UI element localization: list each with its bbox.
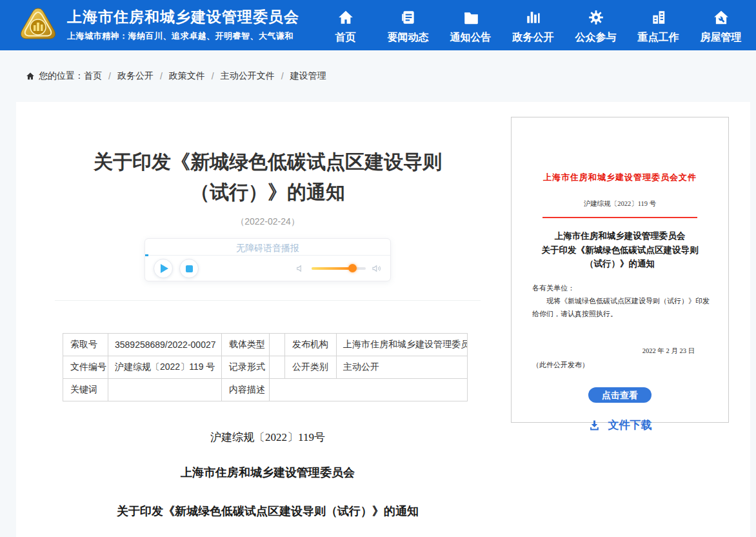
preview-red-line bbox=[542, 217, 697, 218]
preview-date: 2022 年 2 月 23 日 bbox=[512, 347, 728, 356]
audio-player-title: 无障碍语音播报 bbox=[145, 239, 390, 255]
brand-text: 上海市住房和城乡建设管理委员会 上海城市精神：海纳百川、追求卓越、开明睿智、大气… bbox=[67, 8, 299, 43]
preview-title-line: （试行）》的通知 bbox=[512, 257, 728, 271]
preview-paragraph: 现将《新城绿色低碳试点区建设导则（试行）》印发给你们，请认真按照执行。 bbox=[532, 294, 711, 321]
nav-item-news[interactable]: 要闻动态 bbox=[377, 6, 439, 45]
table-row: 文件编号 沪建综规〔2022〕119 号 记录形式 公开类别 主动公开 bbox=[63, 356, 468, 379]
article: 关于印发《新城绿色低碳试点区建设导则（试行）》的通知 （2022-02-24） … bbox=[55, 102, 481, 519]
nav-item-notices[interactable]: 通知公告 bbox=[439, 6, 502, 45]
meta-label-index-no: 索取号 bbox=[63, 334, 108, 356]
audio-progress-fill bbox=[145, 254, 148, 256]
news-icon bbox=[400, 9, 417, 26]
home-icon bbox=[337, 9, 354, 26]
breadcrumb-link-gov-open[interactable]: 政务公开 bbox=[117, 70, 154, 82]
nav-item-home[interactable]: 首页 bbox=[314, 6, 377, 45]
preview-salutation: 各有关单位： bbox=[532, 281, 711, 294]
play-icon bbox=[161, 264, 168, 273]
preview-doc-number: 沪建综规〔2022〕119 号 bbox=[512, 199, 728, 208]
nav-label: 要闻动态 bbox=[388, 31, 429, 45]
audio-controls bbox=[145, 256, 390, 281]
stop-icon bbox=[186, 265, 193, 272]
doc-subject-line: 关于印发《新城绿色低碳试点区建设导则（试行）》的通知 bbox=[55, 503, 481, 519]
nav-label: 首页 bbox=[335, 31, 356, 45]
site-logo-icon bbox=[17, 6, 59, 44]
page-title: 关于印发《新城绿色低碳试点区建设导则（试行）》的通知 bbox=[94, 147, 442, 207]
gear-icon bbox=[588, 9, 604, 26]
volume-high-icon bbox=[372, 263, 382, 274]
meta-label-doc-number: 文件编号 bbox=[63, 356, 108, 379]
house-tools-icon bbox=[713, 9, 730, 26]
meta-value-doc-number: 沪建综规〔2022〕119 号 bbox=[108, 356, 222, 379]
meta-value-record-form bbox=[270, 356, 285, 379]
download-icon bbox=[588, 419, 601, 431]
building-icon bbox=[650, 9, 667, 26]
breadcrumb-link-construction[interactable]: 建设管理 bbox=[290, 70, 326, 82]
volume-low-icon bbox=[295, 263, 306, 274]
file-download-link[interactable]: 文件下载 bbox=[512, 418, 728, 432]
breadcrumb-separator: / bbox=[212, 71, 214, 81]
volume-control bbox=[295, 263, 382, 274]
audio-player: 无障碍语音播报 bbox=[144, 238, 391, 281]
meta-label-record-form: 记录形式 bbox=[222, 356, 270, 379]
nav-label: 公众参与 bbox=[575, 31, 617, 45]
breadcrumb: 您的位置： 首页 / 政务公开 / 政策文件 / 主动公开文件 / 建设管理 bbox=[26, 70, 326, 82]
meta-value-index-no: 3589258689/2022-00027 bbox=[108, 334, 222, 356]
breadcrumb-separator: / bbox=[108, 71, 111, 81]
meta-label-keywords: 关键词 bbox=[63, 379, 108, 401]
meta-value-issuing-org: 上海市住房和城乡建设管理委员会 bbox=[337, 334, 468, 356]
volume-slider[interactable] bbox=[312, 267, 366, 270]
chart-icon bbox=[525, 9, 542, 26]
document-preview-card: 上海市住房和城乡建设管理委员会文件 沪建综规〔2022〕119 号 上海市住房和… bbox=[511, 117, 729, 423]
breadcrumb-link-policy-files[interactable]: 政策文件 bbox=[169, 70, 205, 82]
document-meta-table: 索取号 3589258689/2022-00027 载体类型 发布机构 上海市住… bbox=[63, 333, 468, 401]
doc-issuer-line: 上海市住房和城乡建设管理委员会 bbox=[55, 465, 481, 480]
site-title: 上海市住房和城乡建设管理委员会 bbox=[67, 8, 299, 26]
table-row: 关键词 内容描述 bbox=[63, 379, 468, 401]
view-document-button[interactable]: 点击查看 bbox=[588, 387, 652, 403]
breadcrumb-link-home[interactable]: 首页 bbox=[84, 70, 102, 82]
meta-label-carrier-type: 载体类型 bbox=[222, 334, 270, 356]
meta-label-description: 内容描述 bbox=[222, 379, 270, 401]
main-nav: 首页 要闻动态 通知公告 政务公开 公众参与 重点工作 房屋管理 bbox=[314, 6, 756, 45]
meta-label-open-category: 公开类别 bbox=[285, 356, 337, 379]
nav-label: 重点工作 bbox=[638, 31, 679, 45]
preview-title: 上海市住房和城乡建设管理委员会 关于印发《新城绿色低碳试点区建设导则 （试行）》… bbox=[512, 229, 728, 271]
file-download-label: 文件下载 bbox=[608, 418, 652, 432]
breadcrumb-prefix: 您的位置： bbox=[39, 70, 84, 82]
nav-item-participation[interactable]: 公众参与 bbox=[564, 6, 627, 45]
breadcrumb-separator: / bbox=[160, 71, 163, 81]
preview-body: 各有关单位： 现将《新城绿色低碳试点区建设导则（试行）》印发给你们，请认真按照执… bbox=[512, 281, 728, 321]
play-button[interactable] bbox=[154, 259, 173, 278]
preview-note: （此件公开发布） bbox=[512, 360, 728, 370]
nav-label: 政务公开 bbox=[513, 31, 554, 45]
stop-button[interactable] bbox=[179, 259, 199, 278]
meta-value-carrier-type bbox=[270, 334, 285, 356]
section-divider bbox=[55, 300, 481, 301]
doc-number-line: 沪建综规〔2022〕119号 bbox=[55, 430, 481, 445]
meta-value-open-category: 主动公开 bbox=[337, 356, 468, 379]
folder-icon bbox=[463, 9, 479, 26]
preview-red-header: 上海市住房和城乡建设管理委员会文件 bbox=[512, 172, 728, 183]
volume-handle[interactable] bbox=[348, 264, 357, 272]
site-header: 上海市住房和城乡建设管理委员会 上海城市精神：海纳百川、追求卓越、开明睿智、大气… bbox=[0, 0, 756, 50]
nav-label: 房屋管理 bbox=[701, 31, 742, 45]
site-slogan: 上海城市精神：海纳百川、追求卓越、开明睿智、大气谦和 bbox=[67, 30, 299, 42]
volume-fill bbox=[312, 267, 353, 270]
table-row: 索取号 3589258689/2022-00027 载体类型 发布机构 上海市住… bbox=[63, 334, 468, 356]
publish-date: （2022-02-24） bbox=[55, 216, 481, 228]
main-content: 关于印发《新城绿色低碳试点区建设导则（试行）》的通知 （2022-02-24） … bbox=[16, 102, 750, 537]
nav-item-key-work[interactable]: 重点工作 bbox=[627, 6, 690, 45]
breadcrumb-band: 您的位置： 首页 / 政务公开 / 政策文件 / 主动公开文件 / 建设管理 bbox=[0, 50, 756, 102]
audio-progress-bar[interactable] bbox=[145, 255, 390, 256]
breadcrumb-home-icon bbox=[26, 72, 35, 81]
meta-value-description bbox=[270, 379, 468, 401]
preview-title-line: 关于印发《新城绿色低碳试点区建设导则 bbox=[512, 243, 728, 258]
preview-title-line: 上海市住房和城乡建设管理委员会 bbox=[512, 229, 728, 243]
breadcrumb-link-open-files[interactable]: 主动公开文件 bbox=[221, 70, 275, 82]
nav-label: 通知公告 bbox=[450, 31, 492, 45]
nav-item-gov-open[interactable]: 政务公开 bbox=[502, 6, 564, 45]
site-brand: 上海市住房和城乡建设管理委员会 上海城市精神：海纳百川、追求卓越、开明睿智、大气… bbox=[0, 6, 299, 44]
meta-value-keywords bbox=[108, 379, 222, 401]
breadcrumb-separator: / bbox=[281, 71, 284, 81]
nav-item-housing[interactable]: 房屋管理 bbox=[690, 6, 752, 45]
